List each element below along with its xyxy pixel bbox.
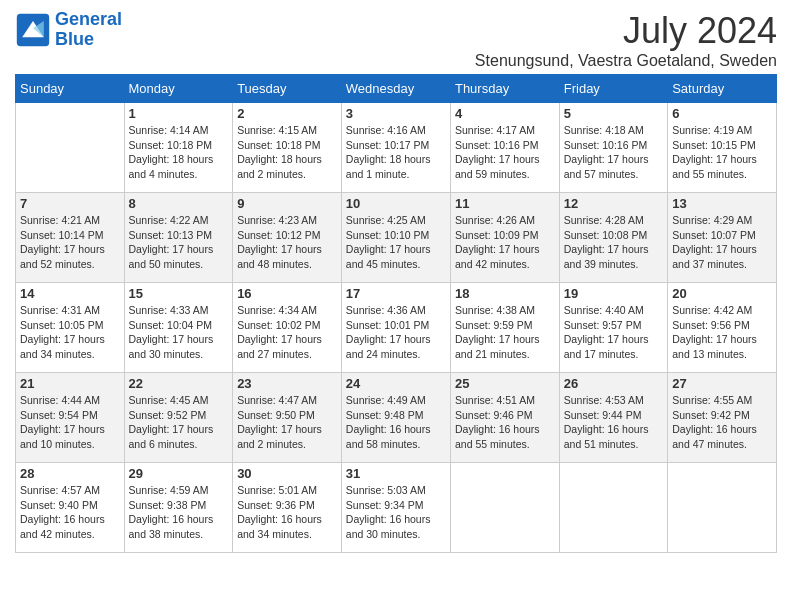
calendar-day-cell: 8Sunrise: 4:22 AM Sunset: 10:13 PM Dayli…: [124, 193, 233, 283]
day-number: 10: [346, 196, 446, 211]
day-info: Sunrise: 5:01 AM Sunset: 9:36 PM Dayligh…: [237, 483, 337, 542]
day-of-week-header: Tuesday: [233, 75, 342, 103]
day-number: 6: [672, 106, 772, 121]
day-info: Sunrise: 4:16 AM Sunset: 10:17 PM Daylig…: [346, 123, 446, 182]
calendar-day-cell: 24Sunrise: 4:49 AM Sunset: 9:48 PM Dayli…: [341, 373, 450, 463]
day-info: Sunrise: 4:34 AM Sunset: 10:02 PM Daylig…: [237, 303, 337, 362]
day-number: 24: [346, 376, 446, 391]
day-of-week-header: Sunday: [16, 75, 125, 103]
logo: General Blue: [15, 10, 122, 50]
day-info: Sunrise: 4:45 AM Sunset: 9:52 PM Dayligh…: [129, 393, 229, 452]
calendar-day-cell: 9Sunrise: 4:23 AM Sunset: 10:12 PM Dayli…: [233, 193, 342, 283]
calendar-day-cell: 6Sunrise: 4:19 AM Sunset: 10:15 PM Dayli…: [668, 103, 777, 193]
calendar-day-cell: 26Sunrise: 4:53 AM Sunset: 9:44 PM Dayli…: [559, 373, 667, 463]
logo-text: General Blue: [55, 10, 122, 50]
day-number: 21: [20, 376, 120, 391]
day-of-week-header: Thursday: [450, 75, 559, 103]
calendar-subtitle: Stenungsund, Vaestra Goetaland, Sweden: [475, 52, 777, 70]
calendar-day-cell: 31Sunrise: 5:03 AM Sunset: 9:34 PM Dayli…: [341, 463, 450, 553]
day-number: 4: [455, 106, 555, 121]
day-number: 18: [455, 286, 555, 301]
day-info: Sunrise: 4:15 AM Sunset: 10:18 PM Daylig…: [237, 123, 337, 182]
day-info: Sunrise: 4:44 AM Sunset: 9:54 PM Dayligh…: [20, 393, 120, 452]
calendar-day-cell: 4Sunrise: 4:17 AM Sunset: 10:16 PM Dayli…: [450, 103, 559, 193]
calendar-day-cell: 27Sunrise: 4:55 AM Sunset: 9:42 PM Dayli…: [668, 373, 777, 463]
calendar-day-cell: [450, 463, 559, 553]
day-info: Sunrise: 4:17 AM Sunset: 10:16 PM Daylig…: [455, 123, 555, 182]
calendar-day-cell: [559, 463, 667, 553]
calendar-day-cell: [16, 103, 125, 193]
day-number: 25: [455, 376, 555, 391]
calendar-day-cell: [668, 463, 777, 553]
day-info: Sunrise: 4:42 AM Sunset: 9:56 PM Dayligh…: [672, 303, 772, 362]
calendar-day-cell: 29Sunrise: 4:59 AM Sunset: 9:38 PM Dayli…: [124, 463, 233, 553]
day-info: Sunrise: 4:49 AM Sunset: 9:48 PM Dayligh…: [346, 393, 446, 452]
calendar-day-cell: 18Sunrise: 4:38 AM Sunset: 9:59 PM Dayli…: [450, 283, 559, 373]
day-of-week-header: Saturday: [668, 75, 777, 103]
day-of-week-header: Wednesday: [341, 75, 450, 103]
calendar-day-cell: 16Sunrise: 4:34 AM Sunset: 10:02 PM Dayl…: [233, 283, 342, 373]
calendar-day-cell: 12Sunrise: 4:28 AM Sunset: 10:08 PM Dayl…: [559, 193, 667, 283]
calendar-day-cell: 14Sunrise: 4:31 AM Sunset: 10:05 PM Dayl…: [16, 283, 125, 373]
calendar-day-cell: 5Sunrise: 4:18 AM Sunset: 10:16 PM Dayli…: [559, 103, 667, 193]
calendar-week-row: 21Sunrise: 4:44 AM Sunset: 9:54 PM Dayli…: [16, 373, 777, 463]
calendar-day-cell: 30Sunrise: 5:01 AM Sunset: 9:36 PM Dayli…: [233, 463, 342, 553]
day-info: Sunrise: 4:18 AM Sunset: 10:16 PM Daylig…: [564, 123, 663, 182]
calendar-day-cell: 25Sunrise: 4:51 AM Sunset: 9:46 PM Dayli…: [450, 373, 559, 463]
calendar-day-cell: 23Sunrise: 4:47 AM Sunset: 9:50 PM Dayli…: [233, 373, 342, 463]
day-number: 2: [237, 106, 337, 121]
calendar-day-cell: 19Sunrise: 4:40 AM Sunset: 9:57 PM Dayli…: [559, 283, 667, 373]
calendar-week-row: 7Sunrise: 4:21 AM Sunset: 10:14 PM Dayli…: [16, 193, 777, 283]
title-section: July 2024 Stenungsund, Vaestra Goetaland…: [475, 10, 777, 70]
calendar-day-cell: 13Sunrise: 4:29 AM Sunset: 10:07 PM Dayl…: [668, 193, 777, 283]
day-info: Sunrise: 5:03 AM Sunset: 9:34 PM Dayligh…: [346, 483, 446, 542]
day-number: 28: [20, 466, 120, 481]
day-info: Sunrise: 4:33 AM Sunset: 10:04 PM Daylig…: [129, 303, 229, 362]
day-of-week-header: Monday: [124, 75, 233, 103]
day-number: 29: [129, 466, 229, 481]
calendar-week-row: 28Sunrise: 4:57 AM Sunset: 9:40 PM Dayli…: [16, 463, 777, 553]
day-number: 22: [129, 376, 229, 391]
day-info: Sunrise: 4:19 AM Sunset: 10:15 PM Daylig…: [672, 123, 772, 182]
day-number: 1: [129, 106, 229, 121]
day-number: 20: [672, 286, 772, 301]
day-number: 14: [20, 286, 120, 301]
day-info: Sunrise: 4:47 AM Sunset: 9:50 PM Dayligh…: [237, 393, 337, 452]
logo-icon: [15, 12, 51, 48]
day-number: 8: [129, 196, 229, 211]
day-of-week-header: Friday: [559, 75, 667, 103]
day-number: 5: [564, 106, 663, 121]
calendar-header-row: SundayMondayTuesdayWednesdayThursdayFrid…: [16, 75, 777, 103]
calendar-day-cell: 2Sunrise: 4:15 AM Sunset: 10:18 PM Dayli…: [233, 103, 342, 193]
calendar-day-cell: 3Sunrise: 4:16 AM Sunset: 10:17 PM Dayli…: [341, 103, 450, 193]
day-info: Sunrise: 4:55 AM Sunset: 9:42 PM Dayligh…: [672, 393, 772, 452]
calendar-week-row: 14Sunrise: 4:31 AM Sunset: 10:05 PM Dayl…: [16, 283, 777, 373]
day-number: 12: [564, 196, 663, 211]
calendar-day-cell: 10Sunrise: 4:25 AM Sunset: 10:10 PM Dayl…: [341, 193, 450, 283]
day-info: Sunrise: 4:25 AM Sunset: 10:10 PM Daylig…: [346, 213, 446, 272]
day-number: 7: [20, 196, 120, 211]
day-info: Sunrise: 4:38 AM Sunset: 9:59 PM Dayligh…: [455, 303, 555, 362]
day-number: 19: [564, 286, 663, 301]
calendar-week-row: 1Sunrise: 4:14 AM Sunset: 10:18 PM Dayli…: [16, 103, 777, 193]
day-number: 11: [455, 196, 555, 211]
day-number: 3: [346, 106, 446, 121]
logo-blue: Blue: [55, 29, 94, 49]
day-info: Sunrise: 4:57 AM Sunset: 9:40 PM Dayligh…: [20, 483, 120, 542]
logo-general: General: [55, 9, 122, 29]
day-info: Sunrise: 4:59 AM Sunset: 9:38 PM Dayligh…: [129, 483, 229, 542]
day-number: 13: [672, 196, 772, 211]
day-number: 30: [237, 466, 337, 481]
day-info: Sunrise: 4:31 AM Sunset: 10:05 PM Daylig…: [20, 303, 120, 362]
calendar-day-cell: 11Sunrise: 4:26 AM Sunset: 10:09 PM Dayl…: [450, 193, 559, 283]
day-number: 26: [564, 376, 663, 391]
calendar-title: July 2024: [475, 10, 777, 52]
day-number: 9: [237, 196, 337, 211]
day-info: Sunrise: 4:26 AM Sunset: 10:09 PM Daylig…: [455, 213, 555, 272]
day-number: 23: [237, 376, 337, 391]
day-info: Sunrise: 4:29 AM Sunset: 10:07 PM Daylig…: [672, 213, 772, 272]
calendar-day-cell: 15Sunrise: 4:33 AM Sunset: 10:04 PM Dayl…: [124, 283, 233, 373]
day-number: 16: [237, 286, 337, 301]
day-info: Sunrise: 4:21 AM Sunset: 10:14 PM Daylig…: [20, 213, 120, 272]
day-info: Sunrise: 4:28 AM Sunset: 10:08 PM Daylig…: [564, 213, 663, 272]
